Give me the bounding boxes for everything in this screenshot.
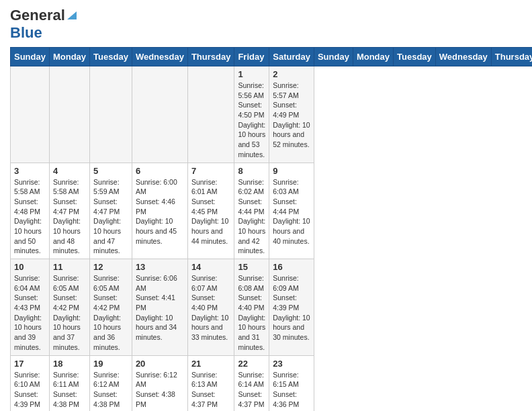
day-number: 15 (238, 262, 265, 272)
calendar-cell: 12Sunrise: 6:05 AMSunset: 4:42 PMDayligh… (90, 259, 132, 356)
day-info: Sunrise: 6:09 AMSunset: 4:39 PMDaylight:… (273, 273, 310, 342)
col-header-sunday: Sunday (314, 48, 353, 66)
calendar-header-row: SundayMondayTuesdayWednesdayThursdayFrid… (11, 48, 533, 66)
calendar-cell (49, 66, 89, 163)
day-number: 3 (14, 166, 46, 176)
col-header-wednesday: Wednesday (435, 48, 491, 66)
day-number: 8 (238, 166, 265, 176)
calendar-cell: 6Sunrise: 6:00 AMSunset: 4:46 PMDaylight… (132, 163, 187, 259)
calendar-cell: 16Sunrise: 6:09 AMSunset: 4:39 PMDayligh… (269, 259, 314, 356)
header-saturday: Saturday (269, 48, 314, 66)
day-number: 21 (191, 359, 231, 369)
calendar-week-row: 17Sunrise: 6:10 AMSunset: 4:39 PMDayligh… (11, 355, 533, 411)
day-number: 17 (14, 359, 46, 369)
day-number: 4 (53, 166, 86, 176)
logo-triangle-icon (67, 9, 77, 22)
day-number: 6 (136, 166, 184, 176)
calendar-cell: 20Sunrise: 6:12 AMSunset: 4:38 PMDayligh… (132, 355, 187, 411)
calendar-cell (187, 66, 234, 163)
calendar-cell: 8Sunrise: 6:02 AMSunset: 4:44 PMDaylight… (234, 163, 269, 259)
day-number: 19 (93, 359, 128, 369)
day-info: Sunrise: 6:05 AMSunset: 4:42 PMDaylight:… (53, 273, 86, 353)
col-header-thursday: Thursday (491, 48, 532, 66)
calendar-cell: 3Sunrise: 5:58 AMSunset: 4:48 PMDaylight… (11, 163, 50, 259)
day-number: 23 (273, 359, 310, 369)
col-header-monday: Monday (353, 48, 393, 66)
day-info: Sunrise: 6:12 AMSunset: 4:38 PMDaylight:… (93, 370, 128, 412)
calendar-cell: 11Sunrise: 6:05 AMSunset: 4:42 PMDayligh… (49, 259, 89, 356)
header-wednesday: Wednesday (132, 48, 187, 66)
day-info: Sunrise: 6:08 AMSunset: 4:40 PMDaylight:… (238, 273, 265, 353)
calendar-cell: 21Sunrise: 6:13 AMSunset: 4:37 PMDayligh… (187, 355, 234, 411)
header-tuesday: Tuesday (90, 48, 132, 66)
header-friday: Friday (234, 48, 269, 66)
day-number: 22 (238, 359, 265, 369)
day-number: 16 (273, 262, 310, 272)
day-number: 9 (273, 166, 310, 176)
day-info: Sunrise: 6:05 AMSunset: 4:42 PMDaylight:… (93, 273, 128, 353)
calendar-cell: 22Sunrise: 6:14 AMSunset: 4:37 PMDayligh… (234, 355, 269, 411)
day-info: Sunrise: 6:04 AMSunset: 4:43 PMDaylight:… (14, 273, 46, 353)
day-info: Sunrise: 6:11 AMSunset: 4:38 PMDaylight:… (53, 370, 86, 412)
calendar-cell: 15Sunrise: 6:08 AMSunset: 4:40 PMDayligh… (234, 259, 269, 356)
calendar-week-row: 3Sunrise: 5:58 AMSunset: 4:48 PMDaylight… (11, 163, 533, 259)
day-number: 7 (191, 166, 231, 176)
day-info: Sunrise: 6:10 AMSunset: 4:39 PMDaylight:… (14, 370, 46, 412)
calendar-cell: 2Sunrise: 5:57 AMSunset: 4:49 PMDaylight… (269, 66, 314, 163)
day-number: 10 (14, 262, 46, 272)
day-info: Sunrise: 5:58 AMSunset: 4:47 PMDaylight:… (53, 177, 86, 257)
day-info: Sunrise: 6:00 AMSunset: 4:46 PMDaylight:… (136, 177, 184, 246)
calendar-cell: 17Sunrise: 6:10 AMSunset: 4:39 PMDayligh… (11, 355, 50, 411)
day-info: Sunrise: 6:13 AMSunset: 4:37 PMDaylight:… (191, 370, 231, 412)
day-number: 2 (273, 69, 310, 79)
col-header-tuesday: Tuesday (394, 48, 436, 66)
day-number: 1 (238, 69, 265, 79)
day-info: Sunrise: 6:01 AMSunset: 4:45 PMDaylight:… (191, 177, 231, 246)
calendar-cell: 14Sunrise: 6:07 AMSunset: 4:40 PMDayligh… (187, 259, 234, 356)
svg-marker-0 (67, 11, 77, 19)
logo-blue: Blue (10, 24, 42, 41)
day-info: Sunrise: 5:58 AMSunset: 4:48 PMDaylight:… (14, 177, 46, 257)
header-sunday: Sunday (11, 48, 50, 66)
calendar-cell: 7Sunrise: 6:01 AMSunset: 4:45 PMDaylight… (187, 163, 234, 259)
calendar-cell: 13Sunrise: 6:06 AMSunset: 4:41 PMDayligh… (132, 259, 187, 356)
page-header: General Blue (10, 7, 522, 42)
logo-general: General (10, 7, 65, 24)
day-info: Sunrise: 6:03 AMSunset: 4:44 PMDaylight:… (273, 177, 310, 246)
day-number: 11 (53, 262, 86, 272)
day-number: 12 (93, 262, 128, 272)
logo: General Blue (10, 7, 77, 42)
day-number: 5 (93, 166, 128, 176)
calendar-week-row: 1Sunrise: 5:56 AMSunset: 4:50 PMDaylight… (11, 66, 533, 163)
day-info: Sunrise: 6:02 AMSunset: 4:44 PMDaylight:… (238, 177, 265, 257)
calendar-cell: 18Sunrise: 6:11 AMSunset: 4:38 PMDayligh… (49, 355, 89, 411)
day-info: Sunrise: 6:15 AMSunset: 4:36 PMDaylight:… (273, 370, 310, 412)
calendar-cell (11, 66, 50, 163)
day-number: 18 (53, 359, 86, 369)
calendar-cell: 19Sunrise: 6:12 AMSunset: 4:38 PMDayligh… (90, 355, 132, 411)
calendar-cell (132, 66, 187, 163)
calendar-cell: 5Sunrise: 5:59 AMSunset: 4:47 PMDaylight… (90, 163, 132, 259)
day-info: Sunrise: 5:59 AMSunset: 4:47 PMDaylight:… (93, 177, 128, 257)
calendar-cell: 1Sunrise: 5:56 AMSunset: 4:50 PMDaylight… (234, 66, 269, 163)
calendar-cell (90, 66, 132, 163)
calendar-cell: 4Sunrise: 5:58 AMSunset: 4:47 PMDaylight… (49, 163, 89, 259)
day-info: Sunrise: 6:12 AMSunset: 4:38 PMDaylight:… (136, 370, 184, 412)
calendar-cell: 23Sunrise: 6:15 AMSunset: 4:36 PMDayligh… (269, 355, 314, 411)
calendar-table: SundayMondayTuesdayWednesdayThursdayFrid… (10, 47, 532, 411)
calendar-cell: 9Sunrise: 6:03 AMSunset: 4:44 PMDaylight… (269, 163, 314, 259)
day-number: 13 (136, 262, 184, 272)
day-info: Sunrise: 6:06 AMSunset: 4:41 PMDaylight:… (136, 273, 184, 342)
day-number: 14 (191, 262, 231, 272)
day-info: Sunrise: 6:14 AMSunset: 4:37 PMDaylight:… (238, 370, 265, 412)
day-info: Sunrise: 5:56 AMSunset: 4:50 PMDaylight:… (238, 81, 265, 160)
calendar-week-row: 10Sunrise: 6:04 AMSunset: 4:43 PMDayligh… (11, 259, 533, 356)
day-info: Sunrise: 5:57 AMSunset: 4:49 PMDaylight:… (273, 81, 310, 150)
day-number: 20 (136, 359, 184, 369)
day-info: Sunrise: 6:07 AMSunset: 4:40 PMDaylight:… (191, 273, 231, 342)
header-thursday: Thursday (187, 48, 234, 66)
header-monday: Monday (49, 48, 89, 66)
calendar-cell: 10Sunrise: 6:04 AMSunset: 4:43 PMDayligh… (11, 259, 50, 356)
